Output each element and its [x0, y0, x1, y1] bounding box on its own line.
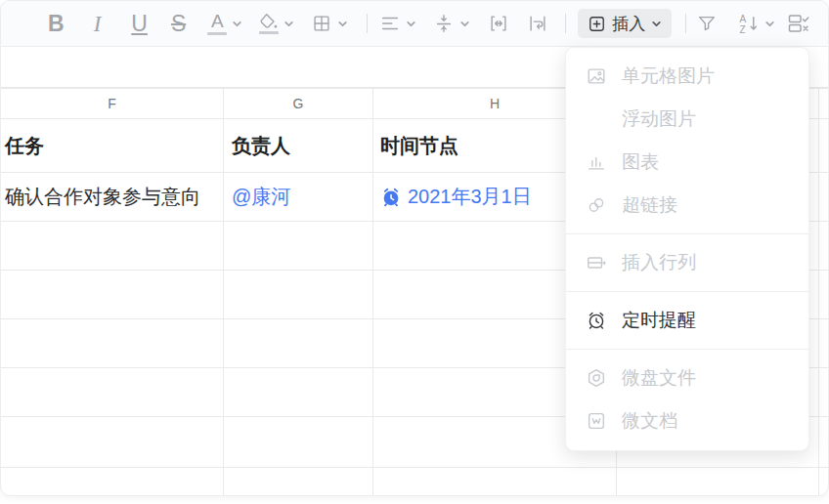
cell[interactable]	[224, 368, 373, 417]
column-header-g[interactable]: G	[224, 88, 373, 119]
cell[interactable]	[224, 417, 373, 468]
italic-button[interactable]: I	[90, 13, 106, 35]
filter-button[interactable]	[696, 13, 718, 34]
font-color-button[interactable]: A	[207, 12, 242, 35]
wrap-text-button[interactable]	[526, 13, 549, 34]
chevron-down-icon	[232, 19, 242, 29]
menu-item-insert-rows-cols[interactable]: 插入行列	[566, 241, 808, 284]
no-icon	[586, 108, 607, 130]
cell[interactable]	[224, 319, 373, 368]
timed-reminder-icon	[586, 310, 607, 331]
cell[interactable]	[1, 271, 224, 319]
mini-doc-icon	[586, 410, 607, 432]
cell[interactable]	[224, 271, 373, 319]
cell[interactable]	[224, 468, 373, 496]
column-header[interactable]	[819, 88, 828, 119]
drive-file-icon	[586, 367, 607, 389]
cell[interactable]	[617, 468, 819, 496]
wrap-text-icon	[526, 13, 549, 34]
insert-button-label: 插入	[612, 13, 645, 35]
vertical-align-icon	[433, 13, 455, 34]
date-link[interactable]: 2021年3月1日	[408, 184, 532, 210]
svg-text:A: A	[740, 14, 747, 24]
menu-divider	[566, 233, 808, 234]
strikethrough-button[interactable]: S	[171, 13, 186, 35]
borders-icon	[311, 13, 332, 34]
borders-button[interactable]	[311, 13, 348, 34]
cell-task-value[interactable]: 确认合作对象参与意向	[1, 173, 224, 222]
chart-icon	[586, 151, 607, 173]
cell-owner-header[interactable]: 负责人	[224, 119, 373, 173]
cell-task-header[interactable]: 任务	[1, 119, 224, 173]
cell[interactable]	[1, 468, 224, 496]
horizontal-align-icon	[379, 13, 401, 34]
toolbar-separator	[367, 14, 368, 33]
insert-button[interactable]: 插入	[578, 9, 672, 38]
cell-image-icon	[586, 65, 607, 87]
cell[interactable]	[373, 468, 617, 496]
toolbar: B I U S A	[1, 1, 828, 47]
cell[interactable]	[819, 468, 828, 496]
underline-button[interactable]: U	[131, 13, 148, 35]
vertical-align-button[interactable]	[433, 13, 470, 34]
menu-item-drive-file[interactable]: 微盘文件	[566, 357, 808, 399]
empty-row	[1, 468, 828, 496]
cell[interactable]	[819, 222, 828, 271]
chevron-down-icon	[284, 19, 294, 29]
font-color-icon: A	[207, 12, 227, 35]
cell[interactable]	[819, 319, 828, 368]
data-validation-icon	[787, 12, 810, 35]
cell[interactable]	[1, 368, 224, 417]
svg-text:Z: Z	[740, 23, 746, 34]
hyperlink-icon	[586, 194, 607, 216]
column-width-button[interactable]	[487, 13, 510, 34]
sort-icon: A Z	[737, 13, 760, 35]
toolbar-separator	[565, 14, 566, 33]
menu-item-chart[interactable]: 图表	[566, 141, 808, 184]
menu-item-floating-image[interactable]: 浮动图片	[566, 98, 808, 141]
insert-plus-icon	[588, 15, 606, 33]
sort-button[interactable]: A Z	[737, 13, 775, 35]
bold-button[interactable]: B	[48, 13, 65, 35]
insert-rows-icon	[586, 252, 607, 273]
cell[interactable]	[819, 271, 828, 319]
column-header-f[interactable]: F	[1, 88, 224, 119]
cell[interactable]	[1, 222, 224, 271]
alarm-clock-icon	[380, 187, 402, 208]
menu-divider	[566, 291, 808, 292]
cell[interactable]	[1, 319, 224, 368]
fill-color-button[interactable]	[259, 13, 294, 34]
horizontal-align-button[interactable]	[379, 13, 416, 34]
cell[interactable]	[819, 368, 828, 417]
chevron-down-icon	[337, 19, 348, 29]
filter-icon	[696, 13, 718, 34]
cell[interactable]	[1, 417, 224, 468]
insert-dropdown-menu: 单元格图片 浮动图片 图表 超链接 插入行列 定时提醒 微盘文件	[565, 47, 809, 451]
mention-link[interactable]: @康河	[232, 184, 290, 210]
menu-item-hyperlink[interactable]: 超链接	[566, 184, 808, 227]
chevron-down-icon	[406, 19, 416, 29]
cell[interactable]	[224, 222, 373, 271]
cell[interactable]	[819, 119, 828, 173]
chevron-down-icon	[651, 19, 662, 29]
toolbar-separator	[685, 14, 686, 33]
menu-item-mini-doc[interactable]: 微文档	[566, 399, 808, 442]
menu-divider	[566, 349, 808, 350]
menu-item-timed-reminder[interactable]: 定时提醒	[566, 299, 808, 342]
chevron-down-icon	[459, 19, 470, 29]
chevron-down-icon	[764, 19, 775, 29]
cell-owner-value[interactable]: @康河	[224, 173, 373, 222]
cell[interactable]	[819, 417, 828, 468]
fill-color-icon	[259, 13, 279, 34]
column-width-icon	[487, 13, 510, 34]
cell[interactable]	[819, 173, 828, 222]
data-validation-button[interactable]	[787, 12, 810, 35]
menu-item-cell-image[interactable]: 单元格图片	[566, 55, 808, 98]
